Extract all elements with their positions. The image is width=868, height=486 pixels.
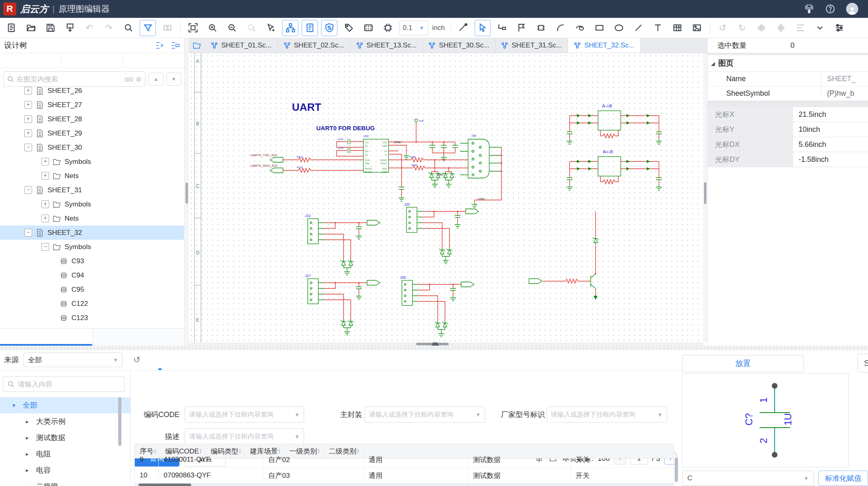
tree-item[interactable]: + SHEET_27 [0,98,184,112]
category-item[interactable]: ▸ 大类示例 [0,413,130,430]
table-row[interactable]: 11 08070562-QYF 自产04 通用 测试数据 开关 [135,484,674,486]
standardize-assign-button[interactable]: 标准化赋值 [818,471,868,486]
table-row[interactable]: 10 07090863-QYF 自产03 通用 测试数据 开关 [135,468,674,484]
section-collapse-icon[interactable]: ◢ [711,60,715,67]
place-button[interactable]: 放置 [682,355,804,372]
tree-item[interactable]: + SHEET_28 [0,112,184,126]
refresh-icon[interactable]: ↻ [132,355,142,365]
sheet-tab[interactable]: SHEET_31.Sc... [495,38,568,53]
table-row[interactable]: 9 41030011-QYF 自产02 通用 测试数据 开关 [135,452,674,468]
open-button[interactable] [23,20,39,36]
code-filter-select[interactable]: 请输入或选择下拉框内容查询 ▼ [185,406,304,423]
left-panel-scrollbar[interactable] [185,38,189,346]
filter-button[interactable] [140,20,156,36]
help-icon[interactable] [825,4,836,14]
more-tools-chevron[interactable] [812,20,828,36]
caret-icon[interactable]: ▸ [23,451,31,457]
tree-item[interactable]: − SHEET_31 [0,183,184,197]
table-vertical-scrollbar[interactable] [675,458,678,482]
property-value[interactable]: (P)hw_b [821,86,868,101]
wire-tool-button[interactable] [455,20,471,36]
tree-item[interactable]: + SHEET_29 [0,126,184,140]
tree-expander[interactable]: + [24,115,32,123]
format-brush-icon[interactable] [804,4,814,14]
description-filter-select[interactable]: 请输入或选择下拉框内容查询 ▼ [185,428,304,445]
table-tool-button[interactable] [669,20,686,36]
tree-item[interactable]: − SHEET_32 [0,226,184,240]
flip-vertical-button[interactable] [773,20,789,36]
save-button[interactable] [42,20,58,36]
rectangle-tool-button[interactable] [592,20,608,36]
redo-button[interactable]: ↷ [101,20,117,36]
tree-item[interactable]: + Nets [0,211,184,226]
part-tool-button[interactable] [533,20,549,36]
tree-item[interactable]: C123 [0,311,184,325]
sheet-tab[interactable]: SHEET_13.Sc... [350,38,423,53]
category-item[interactable]: ▸ 二极管 [0,478,130,486]
schematic-canvas[interactable]: UARTUART0 FOR DEBUGA->BA<-BU30J36C244C24… [189,53,703,342]
sheet-tab[interactable]: SHEET_02.Sc... [278,38,350,53]
rotate-left-button[interactable]: ↺ [715,20,731,36]
side-collapsed-tab[interactable]: S [857,354,868,372]
image-tool-button[interactable] [689,20,705,36]
collapse-tree-icon[interactable] [155,41,165,50]
tree-expander[interactable]: − [24,229,32,237]
tree-expander[interactable]: + [24,101,32,109]
export-button[interactable] [62,20,78,36]
table-horizontal-scrollbar[interactable] [138,484,191,486]
tree-item[interactable]: + Nets [0,169,184,183]
select-tool-button[interactable] [475,20,491,36]
cursor-jump-button[interactable] [263,20,279,36]
tree-item[interactable]: + Symbols [0,197,184,211]
caret-icon[interactable]: ▸ [23,467,31,473]
zoom-area-button[interactable] [243,20,259,36]
caret-icon[interactable]: ▸ [23,434,31,441]
sheet-list-button[interactable] [302,20,318,36]
vendor-filter-select[interactable]: 请输入或选择下拉框内容查询 ▼ [546,406,667,423]
tree-expander[interactable]: + [41,172,49,180]
package-filter-select[interactable]: 请输入或选择下拉框内容查询 ▼ [365,406,485,423]
tree-expander[interactable]: + [41,215,49,222]
tree-expander[interactable]: − [24,186,32,194]
tree-item[interactable]: C95 [0,282,184,297]
canvas-vertical-scrollbar[interactable] [703,53,707,342]
tree-item[interactable]: C94 [0,268,184,282]
panel-bottom-tab[interactable] [93,329,185,346]
category-scrollbar[interactable] [118,397,121,446]
sheet-folder-icon[interactable] [189,38,205,53]
text-tool-button[interactable] [650,20,666,36]
refdes-prefix-select[interactable]: C ▼ [682,471,814,486]
search-button[interactable] [120,20,136,36]
rotate-right-button[interactable]: ↻ [734,20,750,36]
grid-scale-select[interactable]: 0.1 ▼ [399,21,428,35]
expand-tree-icon[interactable] [171,41,180,50]
undo-button[interactable]: ↶ [81,20,97,36]
sheet-section-header[interactable]: ◢ 图页 [708,55,868,71]
category-item[interactable]: ▸ 测试数据 [0,430,130,446]
panel-bottom-tab[interactable] [0,329,93,346]
fit-view-button[interactable] [185,20,201,36]
canvas-horizontal-scrollbar[interactable] [189,342,703,346]
net-flag-button[interactable] [514,20,530,36]
ic-button[interactable] [380,20,396,36]
category-search-input[interactable]: 请输入内容 [3,376,125,392]
tree-item[interactable]: + Symbols [0,155,184,169]
tree-item[interactable]: C122 [0,297,184,311]
category-item[interactable]: ▾ 全部 [0,397,130,413]
property-value[interactable]: SHEET_ [821,72,868,86]
source-select[interactable]: 全部 ▼ [24,353,123,367]
arc-tool-button[interactable] [553,20,569,36]
tree-tab[interactable] [0,53,62,68]
tree-expander[interactable]: + [41,200,49,208]
align-button[interactable] [792,20,809,36]
tree-item[interactable]: − Symbols [0,240,184,254]
line-tool-button[interactable] [630,20,647,36]
tree-item[interactable]: + SHEET_26 [0,84,184,98]
ellipse-tool-button[interactable] [611,20,627,36]
flip-horizontal-button[interactable] [754,20,770,36]
clear-search-icon[interactable]: ⊗ [136,75,142,84]
tree-expander[interactable]: + [24,87,32,95]
safe-shield-button[interactable] [321,20,337,36]
sheet-tab[interactable]: SHEET_01.Sc... [205,38,278,53]
caret-icon[interactable]: ▸ [23,483,31,486]
